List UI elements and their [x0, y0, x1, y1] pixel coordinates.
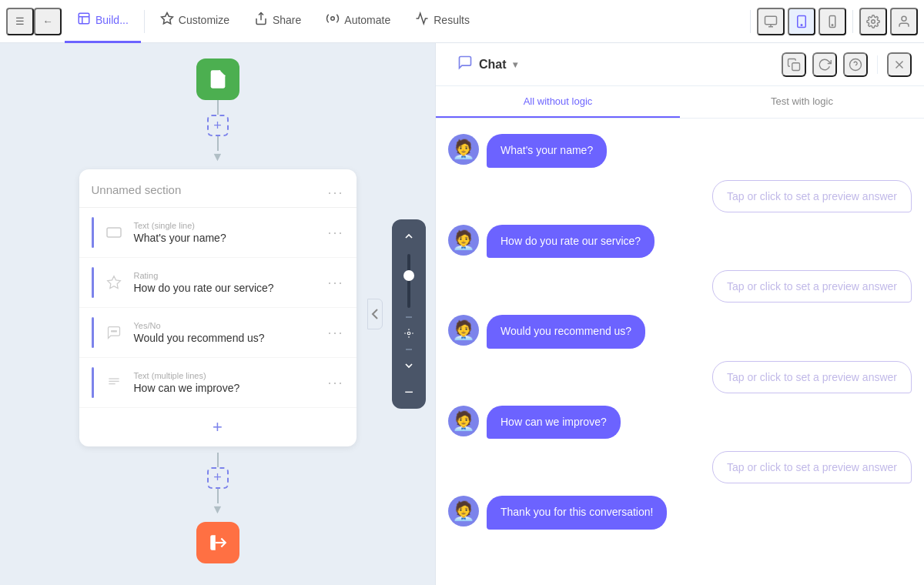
bot-bubble-3: Would you recommend us? [487, 315, 645, 349]
nav-build-label: Build... [95, 14, 129, 26]
build-icon [77, 12, 91, 28]
zoom-slider[interactable] [407, 250, 410, 312]
svg-point-18 [115, 331, 116, 333]
mobile-view-button[interactable] [819, 8, 846, 35]
close-preview-button[interactable] [887, 52, 912, 77]
svg-point-17 [113, 331, 115, 333]
q-more-4[interactable]: ··· [327, 375, 343, 391]
section-more-button[interactable]: ... [327, 182, 343, 198]
chat-title-button[interactable]: Chat ▾ [448, 50, 527, 79]
user-button[interactable] [890, 8, 918, 35]
question-item-3[interactable]: Yes/No Would you recommend us? ··· [79, 308, 357, 358]
chat-header: Chat ▾ [436, 43, 924, 86]
end-node[interactable] [196, 522, 239, 563]
copy-button[interactable] [782, 52, 806, 77]
add-question-button[interactable]: + [213, 417, 223, 437]
q-text-3: Would you recommend us? [134, 332, 319, 344]
nav-divider-2 [750, 10, 751, 33]
q-more-1[interactable]: ··· [327, 225, 343, 241]
zoom-thumb[interactable] [403, 270, 414, 281]
user-placeholder-4[interactable]: Tap or click to set a preview answer [712, 451, 912, 483]
q-more-2[interactable]: ··· [327, 275, 343, 291]
chat-tabs: All without logic Test with logic [436, 86, 924, 119]
user-placeholder-2[interactable]: Tap or click to set a preview answer [712, 270, 912, 303]
q-icon-text-single [103, 222, 125, 243]
settings-button[interactable] [859, 8, 887, 35]
question-item-1[interactable]: Text (single line) What's your name? ··· [79, 208, 357, 258]
nav-item-automate[interactable]: Automate [313, 0, 403, 43]
desktop-view-button[interactable] [757, 8, 785, 35]
tablet-view-button[interactable] [788, 8, 815, 35]
zoom-divider [406, 349, 412, 350]
add-node-bottom-button[interactable]: + [207, 467, 229, 488]
svg-point-23 [407, 332, 410, 335]
help-button[interactable] [843, 52, 868, 77]
bot-avatar-5: 🧑‍💼 [448, 496, 479, 526]
nav-item-customize[interactable]: Customize [148, 0, 242, 43]
q-type-3: Yes/No [134, 321, 319, 330]
hamburger-icon: ☰ [15, 15, 25, 27]
top-nav: ☰ ← Build... Customize Share Automate Re… [0, 0, 924, 43]
connector-4 [217, 489, 219, 503]
tab-all-without-logic[interactable]: All without logic [436, 86, 680, 118]
chat-preview-panel: Chat ▾ All with [435, 43, 924, 585]
nav-share-label: Share [273, 14, 301, 26]
bot-bubble-4: How can we improve? [487, 406, 621, 440]
section-title: Unnamed section [92, 183, 182, 196]
connector-1 [217, 100, 219, 115]
nav-item-results[interactable]: Results [403, 0, 482, 43]
nav-automate-label: Automate [344, 14, 390, 26]
zoom-fit-button[interactable] [395, 323, 423, 344]
scroll-up-button[interactable] [395, 226, 423, 247]
message-row-6: Tap or click to set a preview answer [448, 361, 912, 393]
q-type-2: Rating [134, 271, 319, 280]
nav-divider-1 [144, 10, 145, 33]
q-content-2: Rating How do you rate our service? [134, 271, 319, 294]
user-placeholder-3[interactable]: Tap or click to set a preview answer [712, 361, 912, 393]
q-icon-text-multi [103, 372, 125, 393]
chat-bubble-icon [457, 55, 473, 74]
q-more-3[interactable]: ··· [327, 325, 343, 341]
chat-title-chevron: ▾ [513, 59, 517, 70]
question-item-4[interactable]: Text (multiple lines) How can we improve… [79, 358, 357, 408]
q-content-1: Text (single line) What's your name? [134, 221, 319, 244]
nav-results-label: Results [434, 14, 470, 26]
question-item-2[interactable]: Rating How do you rate our service? ··· [79, 258, 357, 308]
hamburger-button[interactable]: ☰ [6, 8, 34, 35]
message-row-3: 🧑‍💼 How do you rate our service? [448, 225, 912, 259]
chat-title-label: Chat [479, 58, 507, 72]
zoom-control: − [392, 219, 426, 409]
scroll-down-button[interactable] [395, 355, 423, 376]
nav-item-build[interactable]: Build... [65, 0, 141, 43]
q-icon-rating [103, 272, 125, 293]
svg-rect-14 [107, 228, 121, 237]
add-node-top-button[interactable]: + [207, 115, 229, 135]
q-type-4: Text (multiple lines) [134, 371, 319, 380]
refresh-button[interactable] [812, 52, 837, 77]
canvas-panel: + ▼ Unnamed section ... Text (single lin… [0, 43, 435, 585]
q-text-2: How do you rate our service? [134, 282, 319, 294]
nav-item-share[interactable]: Share [242, 0, 313, 43]
q-bar-1 [92, 217, 94, 248]
bot-avatar-3: 🧑‍💼 [448, 315, 479, 346]
message-row-2: Tap or click to set a preview answer [448, 180, 912, 212]
bot-bubble-1: What's your name? [487, 134, 607, 168]
connector-3 [217, 453, 219, 467]
zoom-center-indicator [406, 316, 412, 318]
svg-rect-24 [792, 62, 800, 70]
bot-bubble-2: How do you rate our service? [487, 225, 654, 259]
svg-point-11 [902, 16, 906, 21]
q-content-3: Yes/No Would you recommend us? [134, 321, 319, 344]
back-button[interactable]: ← [34, 8, 62, 35]
message-row-7: 🧑‍💼 How can we improve? [448, 406, 912, 440]
q-bar-4 [92, 367, 94, 398]
zoom-minus-button[interactable]: − [395, 381, 423, 403]
collapse-panel-button[interactable] [367, 299, 383, 329]
user-placeholder-1[interactable]: Tap or click to set a preview answer [712, 180, 912, 212]
chat-header-actions [782, 52, 912, 77]
connector-2 [217, 136, 219, 151]
customize-icon [160, 12, 174, 28]
start-node[interactable] [196, 58, 239, 100]
tab-test-with-logic[interactable]: Test with logic [680, 86, 924, 118]
arrow-2: ▼ [212, 503, 224, 516]
